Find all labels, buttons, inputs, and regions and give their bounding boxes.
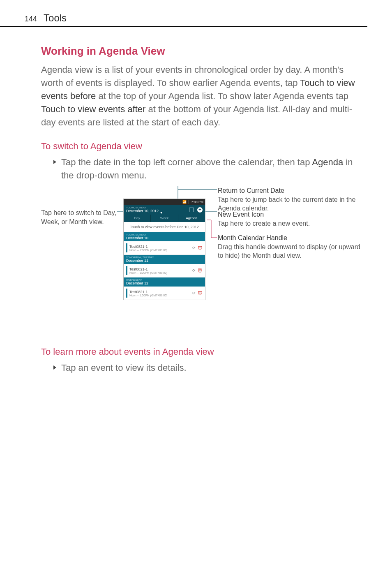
tab-day[interactable]: Day (124, 215, 151, 222)
event-row[interactable]: Test0821-1 Noon – 1:00PM (GMT+09:00) ⟳ ⏰ (124, 241, 205, 255)
status-bar: 📶 7:00 PM (124, 199, 205, 205)
day-label-1: December 11 (126, 259, 148, 263)
day-header: WEDNESDAY December 12 (124, 277, 205, 287)
bullet-text: Tap the date in the top left corner abov… (61, 156, 363, 182)
section-title: Tools (44, 12, 67, 24)
intro-text-1: Agenda view is a list of your events in … (41, 65, 344, 88)
callout-r3-title: Month Calendar Handle (218, 234, 287, 241)
tab-week[interactable]: Week (151, 215, 178, 222)
event-title-1: Test0821-1 (129, 267, 192, 271)
heading-working-agenda: Working in Agenda View (41, 45, 363, 58)
callout-r1-title: Return to Current Date (218, 187, 284, 194)
event-title-2: Test0821-1 (129, 290, 192, 294)
event-color-bar (126, 243, 127, 252)
phone-mockup: 📶 7:00 PM TODAY, MONDAY December 10, 201… (123, 199, 205, 300)
event-row[interactable]: Test0821-1 Noon – 1:00PM (GMT+09:00) ⟳ ⏰ (124, 287, 205, 300)
callout-r2-body: Tap here to create a new event. (218, 220, 310, 227)
intro-text-2: at the top of your Agenda list. To show … (96, 91, 348, 101)
day-label-2: December 12 (126, 281, 148, 285)
annotated-screenshot: Tap here to switch to Day, Week, or Mont… (41, 186, 363, 334)
event-time-0: Noon – 1:00PM (GMT+09:00) (129, 249, 192, 252)
event-info: Test0821-1 Noon – 1:00PM (GMT+09:00) (129, 290, 192, 297)
event-title-0: Test0821-1 (129, 245, 192, 249)
event-status-icons: ⟳ ⏰ (192, 246, 203, 250)
callout-r3-body: Drag this handle downward to display (or… (218, 243, 360, 259)
calendar-titlebar: TODAY, MONDAY December 10, 2012 + (124, 205, 205, 215)
page-number: 144 (25, 15, 37, 23)
subheading-learn-more: To learn more about events in Agenda vie… (41, 347, 363, 357)
day-header: TOMORROW, TUESDAY December 11 (124, 255, 205, 264)
today-icon[interactable] (189, 208, 194, 212)
day-header: TODAY, MONDAY December 10 (124, 232, 205, 241)
event-info: Test0821-1 Noon – 1:00PM (GMT+09:00) (129, 267, 192, 274)
event-status-icons: ⟳ ⏰ (192, 291, 203, 295)
bullet-arrow-icon (53, 365, 56, 370)
bullet-text-2: Tap an event to view its details. (61, 361, 187, 374)
date-switcher[interactable]: TODAY, MONDAY December 10, 2012 (126, 206, 159, 213)
callout-left-text: Tap here to switch to Day, Week, or Mont… (41, 209, 116, 225)
bullet-strong: Agenda (312, 157, 343, 167)
callout-new-event: New Event Icon Tap here to create a new … (218, 210, 366, 228)
add-event-icon[interactable]: + (197, 207, 203, 213)
callout-r2-title: New Event Icon (218, 211, 264, 218)
page-content: Working in Agenda View Agenda view is a … (0, 27, 392, 374)
bullet-item: Tap an event to view its details. (53, 361, 363, 374)
status-time: 7:00 PM (191, 200, 203, 204)
callout-r1-body: Tap here to jump back to the current dat… (218, 196, 355, 212)
bullet-arrow-icon (53, 160, 56, 164)
view-tabs: Day Week Agenda (124, 215, 205, 222)
status-signal-icon: 📶 (182, 200, 187, 204)
callout-month-handle: Month Calendar Handle Drag this handle d… (218, 233, 366, 260)
page-header: 144 Tools (0, 0, 367, 27)
event-row[interactable]: Test0821-1 Noon – 1:00PM (GMT+09:00) ⟳ ⏰ (124, 264, 205, 277)
bullet-item: Tap the date in the top left corner abov… (53, 156, 363, 182)
touch-view-before[interactable]: Touch to view events before Dec 10, 2012 (124, 222, 205, 232)
titlebar-date: December 10, 2012 (126, 209, 159, 213)
intro-paragraph: Agenda view is a list of your events in … (41, 63, 363, 129)
event-info: Test0821-1 Noon – 1:00PM (GMT+09:00) (129, 245, 192, 252)
callout-switch-view: Tap here to switch to Day, Week, or Mont… (41, 208, 117, 226)
subheading-switch-agenda: To switch to Agenda view (41, 141, 363, 152)
status-separator (189, 200, 189, 204)
event-color-bar (126, 289, 127, 298)
event-status-icons: ⟳ ⏰ (192, 268, 203, 273)
bullet-text-a: Tap the date in the top left corner abov… (61, 157, 312, 167)
day-label-0: December 10 (126, 236, 148, 240)
event-time-1: Noon – 1:00PM (GMT+09:00) (129, 271, 192, 274)
titlebar-icons: + (189, 207, 203, 213)
tab-agenda[interactable]: Agenda (178, 215, 205, 222)
event-time-2: Noon – 1:00PM (GMT+09:00) (129, 294, 192, 297)
callout-return-date: Return to Current Date Tap here to jump … (218, 186, 366, 213)
event-color-bar (126, 266, 127, 275)
intro-strong-2: Touch to view events after (41, 104, 145, 114)
